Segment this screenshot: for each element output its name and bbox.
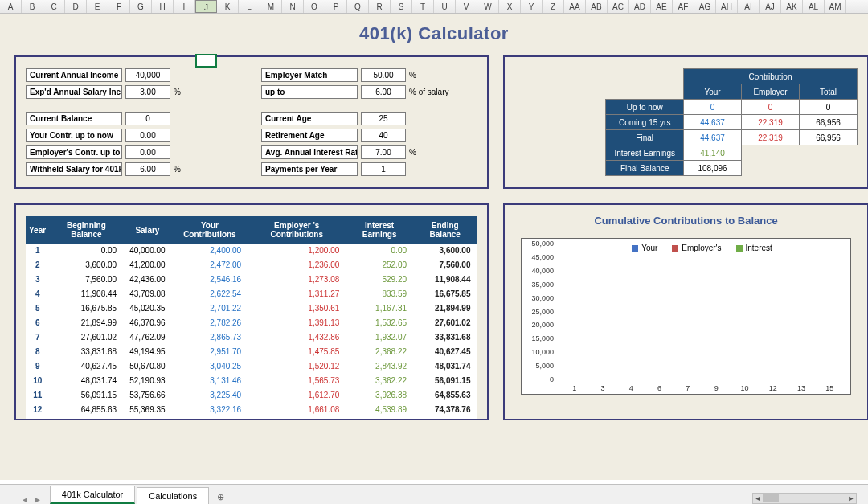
col-AL[interactable]: AL — [803, 0, 825, 13]
input-your_contr: Your Contr. up to now0.00 — [26, 129, 242, 142]
col-AI[interactable]: AI — [738, 0, 760, 13]
col-T[interactable]: T — [412, 0, 434, 13]
col-A[interactable]: A — [0, 0, 22, 13]
value-cell[interactable]: 0.00 — [125, 145, 170, 159]
inputs-panel: Current Annual Income40,000Employer Matc… — [14, 55, 489, 189]
table-row[interactable]: 833,831.6849,194.952,951.701,475.852,368… — [26, 345, 477, 359]
col-S[interactable]: S — [391, 0, 412, 13]
col-X[interactable]: X — [499, 0, 521, 13]
summary-panel: ContributionYourEmployerTotalUp to now00… — [503, 55, 868, 189]
col-L[interactable]: L — [239, 0, 260, 13]
column-headers[interactable]: ABCDEFGHIJKLMNOPQRSTUVWXYZAAABACADAEAFAG… — [0, 0, 868, 14]
table-row[interactable]: 621,894.9946,370.962,782.261,391.131,532… — [26, 316, 477, 330]
table-row[interactable]: 516,675.8545,020.352,701.221,350.611,167… — [26, 301, 477, 316]
label: Current Annual Income — [26, 68, 122, 82]
value-cell[interactable]: 3.00 — [125, 85, 170, 99]
value-cell[interactable]: 40,000 — [125, 68, 170, 82]
label: Avg. Annual Interest Rate — [261, 145, 358, 159]
input-curr_balance: Current Balance0 — [26, 112, 242, 125]
amortization-table: YearBeginning BalanceSalaryYour Contribu… — [26, 216, 477, 420]
input-emp_contr: Employer's Contr. up to now0.00 — [26, 145, 242, 159]
input-curr_age: Current Age25 — [261, 112, 477, 125]
col-Y[interactable]: Y — [521, 0, 542, 13]
input-salary_incr: Exp'd Annual Salary Incr3.00% — [26, 85, 242, 99]
col-P[interactable]: P — [326, 0, 347, 13]
col-M[interactable]: M — [260, 0, 282, 13]
col-G[interactable]: G — [130, 0, 152, 13]
col-AM[interactable]: AM — [825, 0, 846, 13]
label: Current Balance — [26, 112, 122, 125]
value-cell[interactable]: 40 — [361, 129, 406, 142]
col-AE[interactable]: AE — [651, 0, 673, 13]
input-upto: up to6.00% of salary — [261, 85, 477, 99]
page-title: 401(k) Calculator — [0, 14, 868, 55]
table-row[interactable]: 23,600.0041,200.002,472.001,236.00252.00… — [26, 258, 477, 272]
col-J[interactable]: J — [195, 0, 217, 13]
table-row[interactable]: 940,627.4550,670.803,040.251,520.122,843… — [26, 359, 477, 374]
table-row[interactable]: 37,560.0042,436.002,546.161,273.08529.20… — [26, 272, 477, 287]
worksheet[interactable]: 401(k) Calculator Current Annual Income4… — [0, 14, 868, 480]
summary-table: ContributionYourEmployerTotalUp to now00… — [605, 68, 858, 176]
value-cell[interactable]: 0 — [125, 112, 170, 125]
col-V[interactable]: V — [456, 0, 477, 13]
col-AF[interactable]: AF — [673, 0, 694, 13]
label: up to — [261, 85, 358, 99]
chart-panel: Cumulative Contributions to Balance Your… — [503, 203, 868, 420]
col-AB[interactable]: AB — [586, 0, 608, 13]
col-C[interactable]: C — [43, 0, 65, 13]
table-row[interactable]: 1374,378.7657,030.443,421.831,710.915,20… — [26, 417, 477, 421]
col-AD[interactable]: AD — [629, 0, 651, 13]
col-AG[interactable]: AG — [694, 0, 716, 13]
col-E[interactable]: E — [87, 0, 108, 13]
value-cell[interactable]: 50.00 — [361, 68, 406, 82]
col-B[interactable]: B — [22, 0, 43, 13]
col-AA[interactable]: AA — [564, 0, 586, 13]
chart-title: Cumulative Contributions to Balance — [514, 215, 858, 227]
label: Payments per Year — [261, 162, 358, 176]
col-H[interactable]: H — [152, 0, 174, 13]
label: Exp'd Annual Salary Incr — [26, 85, 122, 99]
col-D[interactable]: D — [65, 0, 87, 13]
col-U[interactable]: U — [434, 0, 456, 13]
value-cell[interactable]: 7.00 — [361, 145, 406, 159]
chart: YourEmployer'sInterest 05,00010,00015,00… — [521, 238, 851, 395]
value-cell[interactable]: 6.00 — [361, 85, 406, 99]
col-K[interactable]: K — [217, 0, 239, 13]
col-Q[interactable]: Q — [347, 0, 369, 13]
label: Employer Match — [261, 68, 358, 82]
col-O[interactable]: O — [304, 0, 326, 13]
label: Current Age — [261, 112, 358, 125]
table-row[interactable]: 1048,031.7452,190.933,131.461,565.733,36… — [26, 374, 477, 388]
value-cell[interactable]: 25 — [361, 112, 406, 125]
col-AJ[interactable]: AJ — [760, 0, 781, 13]
col-AK[interactable]: AK — [781, 0, 803, 13]
amortization-panel: YearBeginning BalanceSalaryYour Contribu… — [14, 203, 489, 420]
input-income: Current Annual Income40,000 — [26, 68, 242, 82]
col-AH[interactable]: AH — [716, 0, 738, 13]
table-row[interactable]: 1156,091.1553,756.663,225.401,612.703,92… — [26, 388, 477, 403]
col-I[interactable]: I — [174, 0, 195, 13]
input-ppy: Payments per Year1 — [261, 162, 477, 176]
input-withheld: Withheld Salary for 401k6.00% — [26, 162, 242, 176]
input-rate: Avg. Annual Interest Rate7.00% — [261, 145, 477, 159]
col-F[interactable]: F — [108, 0, 130, 13]
col-AC[interactable]: AC — [608, 0, 629, 13]
table-row[interactable]: 1264,855.6355,369.353,322.161,661.084,53… — [26, 403, 477, 417]
col-R[interactable]: R — [369, 0, 391, 13]
table-row[interactable]: 727,601.0247,762.092,865.731,432.861,932… — [26, 330, 477, 345]
table-row[interactable]: 10.0040,000.002,400.001,200.000.003,600.… — [26, 244, 477, 258]
label: Retirement Age — [261, 129, 358, 142]
input-emp_match: Employer Match50.00% — [261, 68, 477, 82]
col-Z[interactable]: Z — [542, 0, 564, 13]
value-cell[interactable]: 1 — [361, 162, 406, 176]
label: Your Contr. up to now — [26, 129, 122, 142]
value-cell[interactable]: 6.00 — [125, 162, 170, 176]
table-row[interactable]: 411,908.4443,709.082,622.541,311.27833.5… — [26, 287, 477, 301]
label: Withheld Salary for 401k — [26, 162, 122, 176]
value-cell[interactable]: 0.00 — [125, 129, 170, 142]
cell-cursor — [195, 54, 217, 68]
chart-legend: YourEmployer'sInterest — [560, 244, 844, 252]
col-N[interactable]: N — [282, 0, 304, 13]
col-W[interactable]: W — [477, 0, 499, 13]
input-ret_age: Retirement Age40 — [261, 129, 477, 142]
